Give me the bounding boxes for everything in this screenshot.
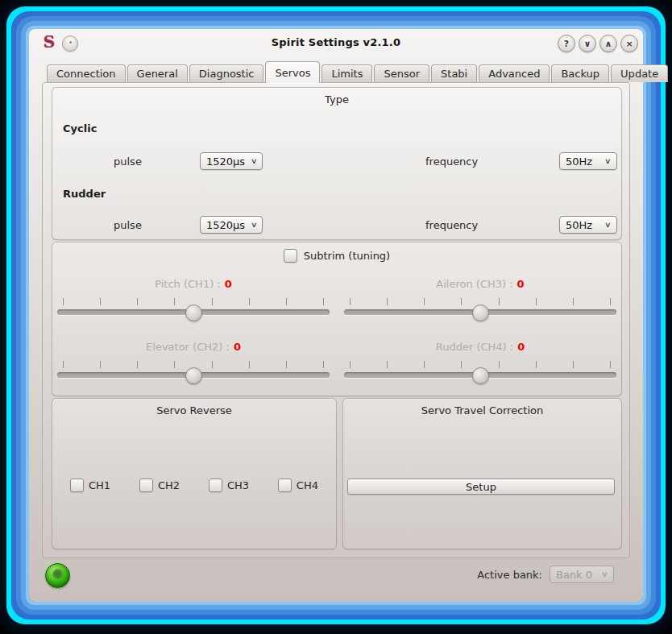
cyclic-pulse-value: 1520µs xyxy=(206,155,245,168)
rudder-pulse-select[interactable]: 1520µs ∨ xyxy=(200,216,263,234)
tab-advanced[interactable]: Advanced xyxy=(479,64,550,82)
led-highlight xyxy=(52,569,63,579)
rudder-frequency-select[interactable]: 50Hz ∨ xyxy=(559,216,617,234)
minimize-button[interactable]: ∨ xyxy=(579,35,596,52)
pitch-channel-value: 0 xyxy=(225,278,232,290)
channel-rudder: Rudder (CH4) :0 xyxy=(344,341,616,384)
subtrim-checkbox[interactable] xyxy=(284,249,297,263)
servo-travel-correction-group: Servo Travel Correction Setup xyxy=(342,398,622,549)
type-group: Type Cyclic pulse 1520µs ∨ frequency 50H… xyxy=(52,87,622,240)
maximize-button[interactable]: ∧ xyxy=(599,35,617,52)
tab-bar: Connection General Diagnostic Servos Lim… xyxy=(47,60,670,82)
ch1-label: CH1 xyxy=(89,479,110,491)
rudder-pulse-value: 1520µs xyxy=(206,219,245,231)
titlebar-buttons: ? ∨ ∧ × xyxy=(558,35,638,52)
rudder-frequency-label: frequency xyxy=(425,219,478,231)
tab-servos[interactable]: Servos xyxy=(265,61,320,83)
channel-elevator: Elevator (CH2) :0 xyxy=(57,341,330,384)
ch3-label: CH3 xyxy=(227,479,249,491)
active-bank-label: Active bank: xyxy=(477,569,542,581)
slider-handle[interactable] xyxy=(185,367,202,384)
type-group-title: Type xyxy=(52,93,621,106)
channel-aileron: Aileron (CH3) :0 xyxy=(344,278,616,321)
aileron-channel-label: Aileron (CH3) : xyxy=(436,278,512,290)
cyclic-frequency-label: frequency xyxy=(425,155,478,168)
elevator-subtrim-slider[interactable] xyxy=(57,360,330,384)
tab-backup[interactable]: Backup xyxy=(551,64,609,82)
rudder-section-label: Rudder xyxy=(63,188,106,200)
cyclic-frequency-select[interactable]: 50Hz ∨ xyxy=(559,152,617,170)
rudder-channel-value: 0 xyxy=(517,341,525,353)
servo-travel-correction-title: Servo Travel Correction xyxy=(343,404,621,416)
spirit-settings-window: S Spirit Settings v2.1.0 ? ∨ ∧ × Connect… xyxy=(29,29,643,602)
slider-handle[interactable] xyxy=(472,367,489,384)
ch4-reverse-checkbox[interactable] xyxy=(278,479,292,492)
servo-reverse-title: Servo Reverse xyxy=(52,404,336,416)
active-bank-select: Bank 0 ∨ xyxy=(550,566,614,583)
elevator-channel-value: 0 xyxy=(234,341,241,353)
rudder-channel-label: Rudder (CH4) : xyxy=(436,341,513,353)
tab-general[interactable]: General xyxy=(127,64,188,82)
chevron-down-icon: ∨ xyxy=(604,157,612,165)
channel-pitch: Pitch (CH1) :0 xyxy=(57,278,330,321)
subtrim-checkbox-label: Subtrim (tuning) xyxy=(304,250,390,262)
chevron-down-icon: ∨ xyxy=(251,221,258,229)
tab-sensor[interactable]: Sensor xyxy=(374,64,429,82)
connection-status-led-icon xyxy=(45,563,70,588)
help-button[interactable]: ? xyxy=(558,35,575,52)
pitch-subtrim-slider[interactable] xyxy=(57,297,330,321)
cyclic-pulse-label: pulse xyxy=(114,155,142,168)
titlebar[interactable]: S Spirit Settings v2.1.0 ? ∨ ∧ × xyxy=(29,29,643,56)
rudder-frequency-value: 50Hz xyxy=(566,219,592,231)
servos-tab-panel: Type Cyclic pulse 1520µs ∨ frequency 50H… xyxy=(42,82,630,558)
slider-handle[interactable] xyxy=(185,305,202,321)
aileron-channel-value: 0 xyxy=(517,278,525,290)
setup-button[interactable]: Setup xyxy=(347,479,615,495)
aileron-subtrim-slider[interactable] xyxy=(344,297,616,321)
tab-stabi[interactable]: Stabi xyxy=(431,64,477,82)
rudder-pulse-label: pulse xyxy=(114,219,142,231)
ch1-reverse-checkbox[interactable] xyxy=(70,479,84,492)
slider-handle[interactable] xyxy=(472,305,489,321)
close-button[interactable]: × xyxy=(620,35,638,52)
ch4-label: CH4 xyxy=(297,479,318,491)
servo-reverse-checkboxes: CH1 CH2 CH3 CH4 xyxy=(70,479,318,492)
ch3-reverse-checkbox[interactable] xyxy=(209,479,222,492)
cyclic-frequency-value: 50Hz xyxy=(566,155,592,168)
tab-diagnostic[interactable]: Diagnostic xyxy=(189,64,264,82)
window-title: Spirit Settings v2.1.0 xyxy=(29,29,643,56)
chevron-down-icon: ∨ xyxy=(604,221,612,229)
pitch-channel-label: Pitch (CH1) : xyxy=(155,278,221,290)
chevron-down-icon: ∨ xyxy=(251,157,258,165)
tab-limits[interactable]: Limits xyxy=(321,64,372,82)
ch2-label: CH2 xyxy=(158,479,180,491)
subtrim-group: Subtrim (tuning) Pitch (CH1) :0 Aileron xyxy=(52,242,622,396)
rudder-subtrim-slider[interactable] xyxy=(344,360,616,384)
chevron-down-icon: ∨ xyxy=(601,570,608,578)
servo-reverse-group: Servo Reverse CH1 CH2 CH3 CH4 xyxy=(52,398,337,549)
elevator-channel-label: Elevator (CH2) : xyxy=(146,341,230,353)
active-bank-area: Active bank: Bank 0 ∨ xyxy=(477,566,614,583)
ch2-reverse-checkbox[interactable] xyxy=(139,479,153,492)
active-bank-value: Bank 0 xyxy=(556,569,592,581)
subtrim-channels: Pitch (CH1) :0 Aileron (CH3) :0 xyxy=(57,278,616,384)
cyclic-pulse-select[interactable]: 1520µs ∨ xyxy=(200,152,263,170)
tab-connection[interactable]: Connection xyxy=(47,64,126,82)
tab-update[interactable]: Update xyxy=(611,64,668,82)
cyclic-section-label: Cyclic xyxy=(63,122,97,135)
